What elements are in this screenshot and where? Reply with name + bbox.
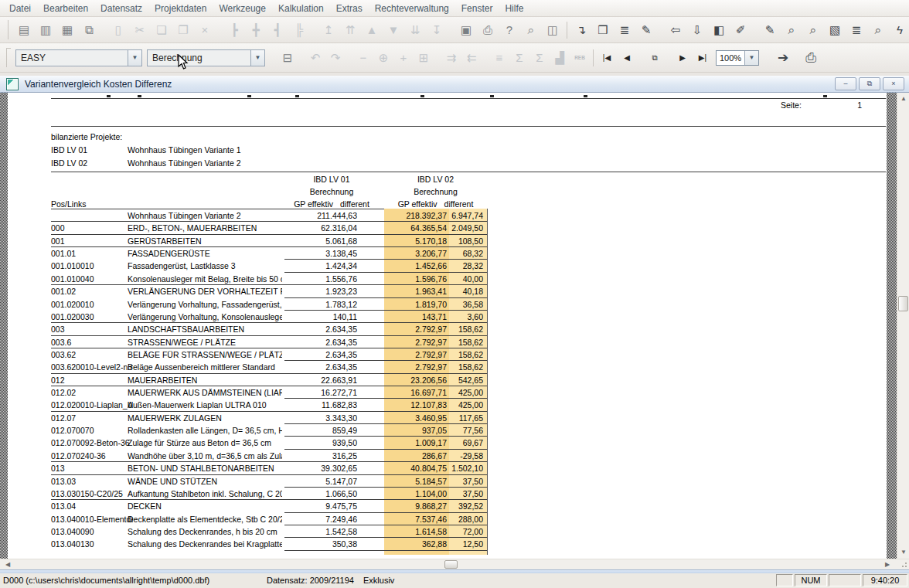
new-document-icon[interactable]: ▯ (107, 19, 129, 41)
tree-insert-icon[interactable]: ┣ (223, 19, 245, 41)
chart-icon[interactable]: ▟ (550, 47, 570, 69)
reb-icon[interactable]: REB (570, 47, 590, 69)
scroll-down-icon[interactable]: ▼ (897, 546, 909, 559)
toolbar-gripper[interactable] (8, 20, 9, 39)
search-project-icon[interactable]: ⌕ (802, 19, 824, 41)
branch-left-icon[interactable]: ⇦ (665, 19, 686, 41)
vertical-scroll-thumb[interactable] (898, 296, 908, 311)
cut-icon[interactable]: ✂ (129, 19, 151, 41)
horizontal-scrollbar[interactable]: ◀ ▶ (0, 559, 909, 569)
delete-icon[interactable]: × (194, 19, 216, 41)
restore-button[interactable]: ⧉ (859, 77, 880, 90)
branch-down-icon[interactable]: ⇩ (686, 19, 708, 41)
redo-icon[interactable]: ↷ (325, 47, 346, 69)
move-bottom-icon[interactable]: ↧ (426, 19, 448, 41)
next-page-icon[interactable]: ▶ (672, 47, 693, 69)
tree-add-branch-icon[interactable]: ╋ (245, 19, 267, 41)
toolbar-gripper-2[interactable] (6, 48, 11, 67)
page-preview-icon[interactable]: ▣ (455, 19, 477, 41)
horizontal-scroll-thumb[interactable] (444, 560, 458, 569)
menu-item[interactable]: Rechteverwaltung (369, 1, 455, 16)
table-row[interactable]: 003 LANDSCHAFTSBAUARBEITEN 2.634,35 2.79… (51, 323, 487, 335)
minimize-button[interactable]: – (835, 77, 856, 90)
zoom-combobox[interactable]: 100% ▼ (716, 50, 759, 66)
table-row[interactable]: 001.020030 Verlängerung Vorhaltung, Kons… (51, 311, 487, 323)
table-row[interactable]: 012.070092-Beton-36 Zulage für Stürze au… (51, 437, 487, 449)
search-icon[interactable]: ⌕ (520, 19, 542, 41)
menu-item[interactable]: Kalkulation (272, 1, 330, 16)
layout-columns-icon[interactable]: ◫ (542, 19, 563, 41)
help-icon[interactable]: ? (499, 19, 520, 41)
scroll-left-icon[interactable]: ◀ (2, 559, 14, 569)
tree-edit-icon[interactable]: ┫ (267, 19, 288, 41)
table-row[interactable]: 000 ERD-, BETON-, MAUERARBEITEN 62.316,0… (51, 222, 487, 234)
insert-drag-icon[interactable]: ⊞ (414, 47, 434, 69)
quick-document-icon[interactable]: ϟ (889, 19, 909, 41)
table-row[interactable]: 013.040090 Schalung des Deckenrandes, h … (51, 525, 487, 538)
dart-icon[interactable]: ✐ (730, 19, 751, 41)
window-tiles-icon[interactable]: ◧ (708, 19, 730, 41)
table-row[interactable]: 001.010040 Konsolenausleger mit Belag, B… (51, 273, 487, 285)
chevron-down-icon[interactable]: ▼ (128, 50, 141, 66)
profile-combobox[interactable]: EASY ▼ (15, 49, 142, 66)
table-row[interactable]: 012 MAUERARBEITEN 22.663,91 23.206,56 54… (51, 374, 487, 386)
copy-pages-icon[interactable]: ⧉ (645, 47, 665, 69)
close-button[interactable]: × (883, 77, 904, 90)
document-insert-icon[interactable]: ≣ (614, 19, 635, 41)
menu-item[interactable]: Datei (3, 1, 37, 16)
copy-stack-icon[interactable]: ⧉ (78, 19, 100, 41)
shift-left-icon[interactable]: ⇇ (461, 47, 482, 69)
table-row[interactable]: 001.01 FASSADENGERÜSTE 3.138,45 3.206,77… (51, 247, 487, 260)
table-row[interactable]: 001.020010 Verlängerung Vorhaltung, Fass… (51, 298, 487, 311)
move-down-icon[interactable]: ▼ (383, 19, 404, 41)
previous-page-icon[interactable]: ◀ (617, 47, 637, 69)
list-icon[interactable]: ≡ (489, 47, 509, 69)
search-record-icon[interactable]: ⌕ (781, 19, 802, 41)
exit-icon[interactable]: ➔ (773, 47, 793, 69)
table-row[interactable]: 013.04 DECKEN 9.475,75 9.868,27 392,52 (51, 500, 487, 512)
table-row[interactable]: 003.6 STRASSEN/WEGE / PLÄTZE 2.634,35 2.… (51, 336, 487, 348)
table-row[interactable]: 013.040130 Schalung des Deckenrandes bei… (51, 538, 487, 550)
paste-icon[interactable]: ❐ (172, 19, 194, 41)
move-down-fast-icon[interactable]: ⇊ (404, 19, 426, 41)
table-row[interactable]: 012.07 MAUERWERK ZULAGEN 3.343,30 3.460,… (51, 412, 487, 424)
print-icon[interactable]: ⎙ (477, 19, 499, 41)
first-page-icon[interactable]: |◀ (597, 47, 617, 69)
table-row[interactable]: 013.040010-Elementdeck Deckenplatte als … (51, 513, 487, 525)
move-top-icon[interactable]: ↥ (318, 19, 339, 41)
table-row[interactable]: 001.02 VERLÄNGERUNG DER VORHALTEZEIT FÜR… (51, 285, 487, 297)
scroll-right-icon[interactable]: ▶ (881, 559, 894, 569)
table-row[interactable]: 012.020010-Liaplan_Ultra Außen-Mauerwerk… (51, 399, 487, 411)
table-row[interactable]: Wohnhaus Tübingen Variante 2 211.444,63 … (51, 209, 487, 222)
copy-icon[interactable]: ❏ (151, 19, 172, 41)
document-transfer-icon[interactable]: ▧ (824, 19, 846, 41)
insert-position-icon[interactable]: + (393, 47, 414, 69)
table-row[interactable]: 001.010010 Fassadengerüst, Lastklasse 3 … (51, 260, 487, 272)
chevron-down-icon[interactable]: ▼ (250, 50, 264, 66)
move-up-icon[interactable]: ▲ (361, 19, 383, 41)
move-up-fast-icon[interactable]: ⇈ (339, 19, 361, 41)
table-row[interactable]: 013.030150-C20/25 Aufkantung Stahlbeton … (51, 488, 487, 500)
menu-item[interactable]: Werkzeuge (213, 1, 271, 16)
last-page-icon[interactable]: ▶| (693, 47, 713, 69)
table-row[interactable]: 012.02 MAUERWERK AUS DÄMMSTEINEN (LIAPOR… (51, 386, 487, 399)
view-combobox[interactable]: Berechnung ▼ (147, 49, 265, 66)
search-all-icon[interactable]: ⌕ (867, 19, 889, 41)
vertical-scrollbar[interactable]: ▲ ▼ (897, 93, 909, 559)
print-report-icon[interactable]: ⎙ (801, 47, 821, 69)
document-edit-icon[interactable]: ✎ (635, 19, 657, 41)
tree-structure-icon[interactable]: ╠ (288, 19, 310, 41)
undo-icon[interactable]: ↶ (305, 47, 325, 69)
resize-grip[interactable] (897, 559, 909, 569)
chevron-down-icon[interactable]: ▼ (744, 51, 758, 65)
archive-icon[interactable]: ❒ (592, 19, 614, 41)
table-row[interactable]: 001 GERÜSTARBEITEN 5.061,68 5.170,18 108… (51, 235, 487, 247)
table-row[interactable]: 013 BETON- UND STAHLBETONARBEITEN 39.302… (51, 462, 487, 474)
table-row[interactable]: 013.03 WÄNDE UND STÜTZEN 5.147,07 5.184,… (51, 475, 487, 488)
image-icon[interactable]: ▦ (56, 19, 78, 41)
menu-item[interactable]: Extras (330, 1, 369, 16)
remove-position-icon[interactable]: − (353, 47, 373, 69)
table-row[interactable]: 012.070070 Rolladenkasten alle Längen, D… (51, 424, 487, 437)
table-row[interactable]: 003.620010-Level2-n.n. Beläge Aussenbere… (51, 361, 487, 373)
sum-positions-icon[interactable]: Σ (509, 47, 529, 69)
